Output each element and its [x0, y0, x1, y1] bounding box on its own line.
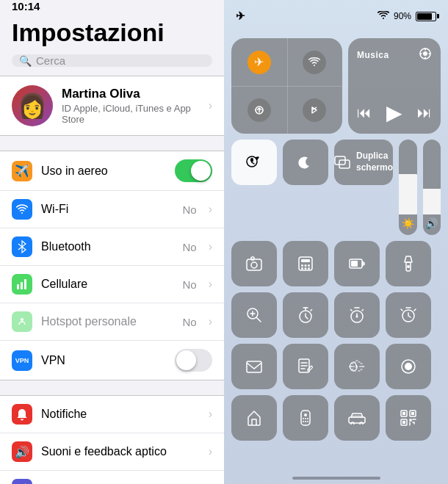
svg-rect-51 — [402, 421, 405, 424]
svg-rect-50 — [411, 412, 414, 415]
row-label-wifi: Wi-Fi — [41, 203, 173, 216]
settings-row-wifi[interactable]: Wi-Fi No › — [0, 191, 224, 228]
cc-zoom-btn[interactable] — [231, 292, 277, 338]
cc-brightness-slider[interactable]: ☀️ — [399, 140, 416, 235]
cc-status-airplane: ✈ — [236, 10, 245, 23]
svg-point-37 — [305, 418, 306, 419]
settings-row-suoni[interactable]: 🔊 Suoni e feedback aptico › — [0, 433, 224, 471]
cc-airplane-cell[interactable]: ✈ — [231, 38, 287, 86]
svg-rect-49 — [402, 412, 405, 415]
music-play-icon[interactable]: ▶ — [386, 101, 402, 125]
settings-row-bluetooth[interactable]: Bluetooth No › — [0, 228, 224, 266]
cc-do-not-disturb-btn[interactable] — [283, 140, 328, 185]
cc-qr-scan-btn[interactable] — [386, 395, 431, 441]
svg-point-18 — [301, 267, 303, 270]
cc-duplicate-screen-btn[interactable]: Duplicaschermo — [334, 140, 393, 185]
svg-rect-0 — [17, 284, 19, 289]
cellular-chevron: › — [209, 278, 212, 291]
cc-wifi-icon — [303, 51, 326, 74]
music-prev-icon[interactable]: ⏮ — [357, 104, 372, 121]
volume-fill — [423, 189, 441, 214]
brightness-fill — [399, 174, 416, 214]
cc-status-icons: 90% — [377, 11, 436, 22]
music-airplay-icon[interactable] — [419, 47, 432, 63]
status-bar-left: 10:14 — [0, 0, 224, 12]
search-placeholder: Cerca — [36, 54, 65, 67]
settings-row-cellular[interactable]: Cellulare No › — [0, 266, 224, 303]
cc-home-btn[interactable] — [231, 395, 277, 441]
airplane-toggle[interactable] — [175, 159, 212, 182]
cc-alarm-btn[interactable] — [386, 292, 431, 338]
settings-row-hotspot[interactable]: Hotspot personale No › — [0, 303, 224, 341]
music-next-icon[interactable]: ⏭ — [417, 104, 432, 121]
svg-point-20 — [308, 267, 310, 270]
row-value-bluetooth: No — [182, 241, 196, 253]
vpn-toggle[interactable] — [175, 349, 212, 372]
svg-point-40 — [305, 421, 306, 422]
bluetooth-icon — [12, 236, 32, 257]
cc-mail-btn[interactable] — [231, 344, 277, 389]
cc-flashlight-btn[interactable] — [386, 241, 431, 286]
settings-row-airplane[interactable]: ✈️ Uso in aereo — [0, 151, 224, 191]
svg-rect-14 — [301, 259, 310, 262]
connectivity-block[interactable]: ✈ — [231, 38, 342, 134]
cc-airdrop-cell[interactable] — [231, 86, 287, 134]
cc-car-btn[interactable] — [334, 395, 380, 441]
svg-point-36 — [303, 418, 304, 419]
hotspot-chevron: › — [209, 315, 212, 328]
settings-row-notifiche[interactable]: Notifiche › — [0, 396, 224, 433]
cc-voice-memos-btn[interactable] — [334, 344, 380, 389]
row-value-wifi: No — [182, 203, 196, 216]
airplane-icon: ✈️ — [12, 161, 32, 181]
cc-calculator-btn[interactable] — [283, 241, 328, 286]
music-block[interactable]: Musica ⏮ ▶ ⏭ — [348, 38, 441, 134]
profile-sub: ID Apple, iCloud, iTunes e App Store — [62, 103, 200, 125]
profile-row[interactable]: 👩 Martina Oliva ID Apple, iCloud, iTunes… — [0, 76, 224, 136]
row-label-hotspot: Hotspot personale — [41, 315, 173, 328]
cellular-icon — [12, 274, 32, 295]
cc-volume-slider[interactable]: 🔊 — [423, 140, 441, 235]
svg-rect-1 — [21, 282, 23, 289]
notifiche-chevron: › — [209, 408, 212, 421]
suoni-icon: 🔊 — [12, 441, 32, 462]
cc-remote-btn[interactable] — [283, 395, 328, 441]
cc-notes-btn[interactable] — [283, 344, 328, 389]
svg-rect-30 — [247, 361, 261, 372]
svg-point-16 — [305, 264, 307, 267]
svg-point-35 — [304, 413, 307, 416]
music-controls: ⏮ ▶ ⏭ — [357, 101, 432, 125]
settings-row-disturb[interactable]: 🌙 Non disturbare › — [0, 471, 224, 484]
cc-wifi-cell[interactable] — [287, 38, 343, 86]
cc-bluetooth-cell[interactable] — [287, 86, 343, 134]
search-icon: 🔍 — [19, 55, 32, 67]
cc-row-5 — [231, 344, 441, 389]
profile-name: Martina Oliva — [62, 87, 200, 101]
cc-timer-btn[interactable] — [283, 292, 328, 338]
svg-point-17 — [308, 264, 310, 267]
svg-point-15 — [301, 264, 303, 267]
cc-screen-record-btn[interactable] — [386, 344, 431, 389]
home-indicator-right — [224, 472, 448, 484]
cc-lock-rotation-btn[interactable] — [231, 140, 277, 185]
disturb-icon: 🌙 — [12, 479, 32, 484]
cc-camera-btn[interactable] — [231, 241, 277, 286]
profile-chevron: › — [209, 99, 212, 112]
notifiche-icon — [12, 404, 32, 425]
svg-rect-7 — [250, 158, 253, 162]
settings-group-1: ✈️ Uso in aereo Wi-Fi No › — [0, 151, 224, 380]
search-bar[interactable]: 🔍 Cerca — [12, 54, 212, 67]
battery-icon — [416, 12, 436, 21]
row-label-vpn: VPN — [41, 354, 166, 367]
bluetooth-chevron: › — [209, 240, 212, 253]
row-label-notifiche: Notifiche — [41, 408, 200, 421]
settings-row-vpn[interactable]: VPN VPN — [0, 341, 224, 380]
cc-stopwatch-btn[interactable] — [334, 292, 380, 338]
control-center-panel: ✈ 90% ✈ — [224, 0, 448, 484]
profile-info: Martina Oliva ID Apple, iCloud, iTunes e… — [62, 87, 200, 125]
wifi-icon — [12, 199, 32, 220]
cc-battery-status-btn[interactable] — [334, 241, 380, 286]
cc-duplicate-label: Duplicaschermo — [356, 151, 393, 173]
svg-point-3 — [21, 318, 24, 321]
svg-rect-2 — [24, 279, 26, 289]
cc-row-2: Duplicaschermo ☀️ 🔊 — [231, 140, 441, 235]
